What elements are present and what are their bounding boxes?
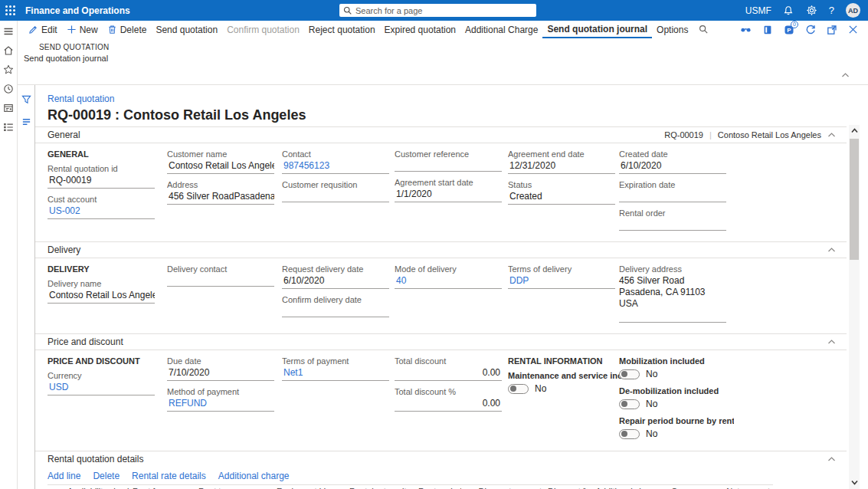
scrollbar-thumb[interactable] [850, 139, 859, 260]
close-icon[interactable] [847, 24, 859, 35]
field-customer-name: Customer nameContoso Retail Los Angeles [167, 149, 274, 174]
power-apps-badge: 0 [791, 21, 798, 28]
field-due-date: Due date7/10/2020 [167, 356, 274, 381]
recent-clock-icon[interactable] [3, 83, 15, 94]
delete-line-button[interactable]: Delete [93, 471, 120, 481]
toggle-switch[interactable] [508, 384, 529, 394]
filter-icon[interactable] [21, 94, 31, 108]
section-delivery-header[interactable]: Delivery [35, 242, 847, 258]
field-rental-quotation-id: Rental quotation idRQ-00019 [47, 164, 155, 189]
field-contact: Contact987456123 [282, 149, 389, 174]
page-search-box[interactable] [339, 4, 536, 17]
field-mode-of-delivery: Mode of delivery40 [395, 264, 502, 289]
toggle-demobilization-included: De-mobilization includedNo [619, 386, 749, 409]
field-terms-of-delivery: Terms of deliveryDDP [508, 264, 615, 289]
add-line-button[interactable]: Add line [47, 471, 80, 481]
favorites-star-icon[interactable] [3, 64, 15, 75]
toggle-switch[interactable] [619, 369, 640, 379]
field-customer-requisition: Customer requsition [282, 180, 389, 202]
notifications-bell-icon[interactable] [783, 5, 794, 16]
options-button[interactable]: Options [652, 21, 693, 38]
field-created-date: Created date6/10/2020 [619, 149, 726, 174]
topbar-right-cluster: USMF ? AD [745, 3, 868, 18]
record-card: Rental quotation RQ-00019 : Contoso Reta… [34, 85, 847, 489]
pencil-icon [28, 25, 38, 34]
search-input[interactable] [355, 6, 532, 15]
workspaces-icon[interactable] [3, 102, 15, 113]
rental-rate-details-button[interactable]: Rental rate details [132, 471, 206, 481]
group-label-delivery: DELIVERY [47, 264, 167, 274]
field-terms-of-payment: Terms of paymentNet1 [282, 356, 389, 381]
toggle-switch[interactable] [619, 399, 640, 409]
chevron-up-icon[interactable] [827, 456, 836, 462]
chevron-up-icon[interactable] [827, 247, 836, 253]
modules-list-icon[interactable] [3, 121, 15, 133]
header-record-name: Contoso Retail Los Angeles [718, 130, 821, 139]
breadcrumb-page-name: Send quotation journal [24, 54, 868, 63]
section-general-header[interactable]: General RQ-00019 Contoso Retail Los Ange… [35, 127, 847, 143]
tab-send-quotation-journal[interactable]: Send quotation journal [542, 21, 652, 38]
header-record-id: RQ-00019 [664, 130, 703, 139]
section-price-header[interactable]: Price and discount [35, 334, 847, 350]
reject-quotation-button[interactable]: Reject quotation [304, 21, 380, 38]
glasses-icon[interactable] [740, 24, 752, 35]
help-icon[interactable]: ? [829, 5, 834, 16]
field-cust-account: Cust accountUS-002 [47, 195, 155, 219]
field-total-discount-pct: Total discount %0.00 [395, 387, 502, 412]
office-app-icon[interactable] [762, 24, 773, 35]
toggle-switch[interactable] [619, 429, 640, 439]
user-avatar[interactable]: AD [846, 3, 860, 18]
grid-header-row: ✓ Availability check Rent from Rent to E… [47, 484, 773, 489]
content-left-rail [18, 85, 34, 489]
app-launcher-icon[interactable] [0, 0, 21, 21]
group-label-price-discount: PRICE AND DISCOUNT [47, 356, 167, 366]
power-apps-icon[interactable]: P0 [783, 24, 794, 35]
trash-icon [107, 25, 117, 34]
select-all-checkmark[interactable]: ✓ [47, 485, 64, 489]
open-in-new-window-icon[interactable] [826, 24, 837, 35]
settings-gear-icon[interactable] [806, 5, 817, 16]
toggle-mobilization-included: Mobilization includedNo [619, 356, 749, 379]
record-type-link[interactable]: Rental quotation [47, 94, 114, 104]
grid-toolbar: Add line Delete Rental rate details Addi… [35, 467, 847, 484]
delete-button[interactable]: Delete [103, 21, 152, 38]
section-details-header[interactable]: Rental quotation details [35, 451, 847, 467]
hamburger-menu-icon[interactable] [3, 25, 15, 37]
page-header: Rental quotation RQ-00019 : Contoso Reta… [35, 85, 847, 126]
section-general: General RQ-00019 Contoso Retail Los Ange… [35, 126, 847, 241]
page-content: Rental quotation RQ-00019 : Contoso Reta… [18, 84, 868, 489]
refresh-icon[interactable] [804, 24, 816, 35]
home-icon[interactable] [3, 44, 15, 56]
action-search-icon[interactable] [693, 21, 715, 38]
toggle-maintenance-included: Maintenance and service inclu...No [508, 371, 619, 394]
field-rental-order: Rental order [619, 208, 726, 231]
group-label-general: GENERAL [47, 149, 167, 159]
section-details-title: Rental quotation details [47, 454, 143, 464]
company-selector[interactable]: USMF [745, 5, 771, 16]
scroll-down-arrow-icon[interactable] [849, 477, 860, 487]
additional-charge-button[interactable]: Additional Charge [460, 21, 542, 38]
vertical-scrollbar[interactable] [849, 125, 860, 489]
left-navigation-rail [0, 21, 18, 489]
additional-charge-line-button[interactable]: Additional charge [218, 471, 290, 481]
section-general-title: General [47, 130, 80, 140]
chevron-up-icon[interactable] [827, 132, 836, 138]
field-expiration-date: Expiration date [619, 180, 726, 202]
collapse-all-chevron-icon[interactable] [841, 67, 850, 81]
field-status: StatusCreated [508, 180, 615, 205]
field-agreement-end-date: Agreement end date12/31/2020 [508, 149, 615, 174]
scroll-up-arrow-icon[interactable] [849, 125, 860, 136]
field-currency: CurrencyUSD [47, 371, 155, 395]
application-window: Finance and Operations USMF ? AD Edit [0, 0, 868, 489]
app-title[interactable]: Finance and Operations [25, 5, 130, 16]
action-pane: Edit New Delete Send quotation Confirm q… [18, 21, 868, 38]
edit-button[interactable]: Edit [24, 21, 62, 38]
expired-quotation-button[interactable]: Expired quotation [380, 21, 460, 38]
send-quotation-button[interactable]: Send quotation [151, 21, 222, 38]
new-button[interactable]: New [62, 21, 103, 38]
page-title: RQ-00019 : Contoso Retail Los Angeles [47, 107, 847, 123]
chevron-up-icon[interactable] [827, 339, 836, 345]
related-info-lines-icon[interactable] [21, 116, 31, 130]
field-delivery-address: Delivery address456 Silver Road Pasadena… [619, 264, 726, 323]
field-method-of-payment: Method of paymentREFUND [167, 387, 274, 412]
